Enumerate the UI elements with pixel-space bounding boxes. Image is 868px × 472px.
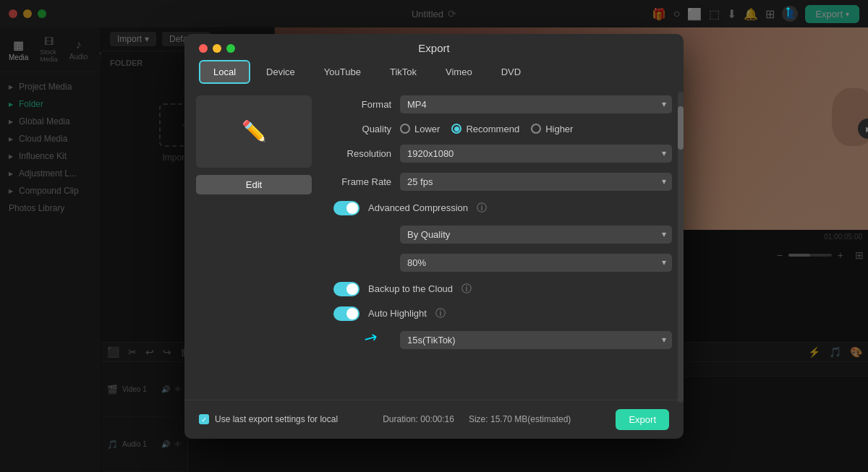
format-select[interactable]: MP4 MOV AVI	[400, 95, 672, 113]
radio-higher	[531, 124, 541, 134]
edit-pencil-icon: ✏️	[242, 119, 267, 143]
modal-tl-red[interactable]	[199, 44, 208, 53]
advanced-compression-info-icon[interactable]: ⓘ	[477, 202, 487, 215]
edit-thumbnail-button[interactable]: Edit	[196, 175, 312, 194]
quality-higher-label: Higher	[545, 124, 573, 134]
footer-info: Duration: 00:00:16 Size: 15.70 MB(estima…	[383, 414, 571, 424]
auto-highlight-arrow: ↗	[360, 326, 381, 349]
tab-tiktok[interactable]: TikTok	[377, 60, 430, 84]
thumbnail-preview: ✏️	[196, 95, 312, 168]
export-modal: Export Local Device YouTube TikTok Vimeo…	[184, 34, 684, 439]
modal-tl-green[interactable]	[226, 44, 235, 53]
resolution-select-wrap: 1920x1080 1280x720 3840x2160	[400, 145, 672, 163]
backup-cloud-toggle[interactable]	[333, 282, 359, 296]
export-final-button[interactable]: Export	[616, 409, 669, 430]
modal-tabs: Local Device YouTube TikTok Vimeo DVD	[184, 60, 684, 84]
auto-highlight-value-row: ↗ 15s(TikTok) 30s 60s	[400, 331, 672, 349]
by-quality-row: By Quality By Bitrate	[400, 226, 672, 244]
modal-body: ✏️ Edit Format MP4 MOV AVI	[184, 84, 684, 400]
advanced-compression-row: Advanced Compression ⓘ	[333, 201, 672, 215]
backup-cloud-label: Backup to the Cloud	[368, 283, 453, 294]
modal-scrollbar[interactable]	[678, 92, 684, 403]
framerate-label: Frame Rate	[333, 176, 391, 187]
auto-highlight-info-icon[interactable]: ⓘ	[435, 307, 446, 320]
quality-percent-select[interactable]: 80% 60% 100%	[400, 254, 672, 272]
format-select-wrap: MP4 MOV AVI	[400, 95, 672, 113]
quality-recommend[interactable]: Recommend	[451, 124, 519, 134]
checkbox-icon: ✓	[199, 414, 209, 424]
quality-higher[interactable]: Higher	[531, 124, 573, 134]
framerate-select-wrap: 25 fps 30 fps 60 fps	[400, 173, 672, 191]
format-row: Format MP4 MOV AVI	[333, 95, 672, 113]
quality-lower-label: Lower	[414, 124, 440, 134]
by-quality-select[interactable]: By Quality By Bitrate	[400, 226, 672, 244]
quality-lower[interactable]: Lower	[400, 124, 440, 134]
tiktok-duration-select[interactable]: 15s(TikTok) 30s 60s	[400, 331, 672, 349]
footer-left: ✓ Use last export settings for local	[199, 414, 338, 424]
by-quality-wrap: By Quality By Bitrate	[400, 226, 672, 244]
backup-cloud-row: Backup to the Cloud ⓘ	[333, 282, 672, 296]
auto-highlight-toggle[interactable]	[333, 306, 359, 321]
resolution-row: Resolution 1920x1080 1280x720 3840x2160	[333, 145, 672, 163]
tab-youtube[interactable]: YouTube	[311, 60, 374, 84]
tab-dvd[interactable]: DVD	[488, 60, 534, 84]
size-info: Size: 15.70 MB(estimated)	[469, 414, 571, 424]
quality-percent-wrap: 80% 60% 100%	[400, 254, 672, 272]
size-label: Size:	[469, 414, 488, 424]
auto-highlight-row: Auto Highlight ⓘ	[333, 306, 672, 321]
backup-cloud-info-icon[interactable]: ⓘ	[461, 283, 472, 296]
last-settings-checkbox[interactable]: ✓ Use last export settings for local	[199, 414, 338, 424]
quality-row: Quality Lower Recommend	[333, 124, 672, 134]
framerate-select[interactable]: 25 fps 30 fps 60 fps	[400, 173, 672, 191]
radio-recommend	[451, 124, 461, 134]
modal-thumbnail-area: ✏️ Edit	[196, 95, 319, 388]
quality-label: Quality	[333, 124, 391, 134]
duration-value: 00:00:16	[420, 414, 454, 424]
modal-tl-yellow[interactable]	[213, 44, 221, 53]
modal-overlay: Export Local Device YouTube TikTok Vimeo…	[0, 0, 868, 472]
size-value: 15.70 MB(estimated)	[490, 414, 571, 424]
duration-info: Duration: 00:00:16	[383, 414, 454, 424]
quality-percent-row: 80% 60% 100%	[400, 254, 672, 272]
tab-vimeo[interactable]: Vimeo	[433, 60, 485, 84]
checkbox-text: Use last export settings for local	[215, 414, 338, 424]
modal-title: Export	[418, 42, 449, 54]
advanced-compression-label: Advanced Compression	[368, 202, 468, 213]
radio-lower	[400, 124, 410, 134]
scrollbar-thumb	[678, 106, 684, 150]
duration-label: Duration:	[383, 414, 418, 424]
format-label: Format	[333, 99, 391, 110]
auto-highlight-label: Auto Highlight	[368, 308, 427, 319]
modal-header: Export	[184, 34, 684, 60]
tiktok-duration-wrap: 15s(TikTok) 30s 60s	[400, 331, 672, 349]
framerate-row: Frame Rate 25 fps 30 fps 60 fps	[333, 173, 672, 191]
modal-footer: ✓ Use last export settings for local Dur…	[184, 400, 684, 439]
tab-device[interactable]: Device	[253, 60, 308, 84]
resolution-select[interactable]: 1920x1080 1280x720 3840x2160	[400, 145, 672, 163]
tab-local[interactable]: Local	[199, 60, 250, 84]
quality-options: Lower Recommend Higher	[400, 124, 573, 134]
export-arrow-indicator: ↑	[784, 1, 792, 20]
quality-recommend-label: Recommend	[466, 124, 519, 134]
modal-traffic-lights	[199, 44, 235, 53]
resolution-label: Resolution	[333, 148, 391, 159]
advanced-compression-toggle[interactable]	[333, 201, 359, 215]
export-form: Format MP4 MOV AVI Quality	[333, 95, 672, 388]
